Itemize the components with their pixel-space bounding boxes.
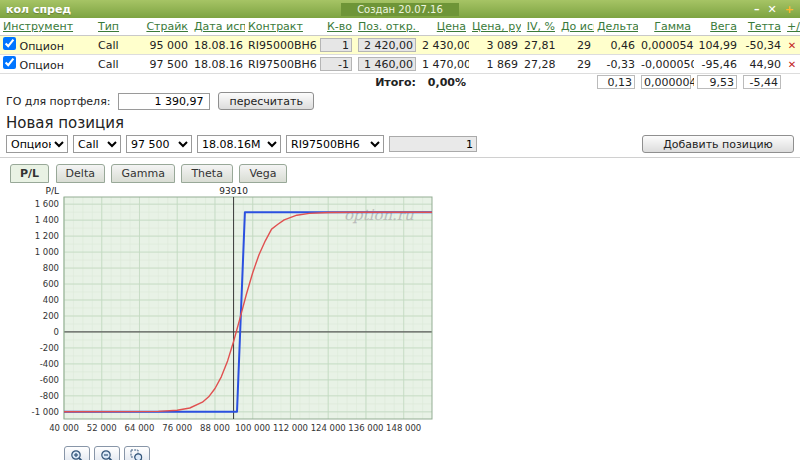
svg-text:1 200: 1 200 bbox=[35, 231, 59, 241]
close-icon[interactable]: ✕ bbox=[768, 4, 777, 15]
price-rub-cell: 3 089 bbox=[469, 36, 521, 55]
totals-pct: 0,00% bbox=[419, 74, 469, 91]
instrument-select[interactable]: Опцион bbox=[6, 135, 68, 153]
delete-row-button[interactable]: ✕ bbox=[788, 59, 796, 70]
table-header-row: Инструмент Тип Страйк Дата исп. Контракт… bbox=[0, 18, 800, 36]
created-label: Создан 20.07.16 bbox=[341, 3, 459, 16]
zoom-reset-button[interactable] bbox=[124, 446, 150, 460]
svg-text:100 000: 100 000 bbox=[235, 423, 270, 433]
days-cell: 29 bbox=[558, 36, 594, 55]
row-checkbox[interactable] bbox=[3, 37, 16, 50]
zoom-out-icon bbox=[100, 449, 114, 460]
created-wrap: Создан 20.07.16 bbox=[0, 3, 800, 16]
type-select[interactable]: Call bbox=[73, 135, 121, 153]
go-value-input[interactable] bbox=[118, 93, 210, 110]
window-title: кол спред bbox=[6, 3, 71, 16]
row-checkbox[interactable] bbox=[3, 56, 16, 69]
vega-cell: 104,99 bbox=[694, 36, 740, 55]
tab-delta[interactable]: Delta bbox=[56, 164, 105, 183]
col-header-theta[interactable]: Тетта bbox=[740, 18, 784, 36]
vega-cell: -95,46 bbox=[694, 55, 740, 74]
svg-text:148 000: 148 000 bbox=[386, 423, 421, 433]
gamma-cell: 0,000054 bbox=[638, 36, 694, 55]
table-row: Опцион Call 97 500 18.08.16 RI97500BH6 -… bbox=[0, 55, 800, 74]
expdate-cell: 18.08.16 bbox=[191, 36, 245, 55]
theta-cell: 44,90 bbox=[740, 55, 784, 74]
column-toggle-button[interactable]: +/- bbox=[784, 18, 800, 36]
iv-cell: 27,81 bbox=[521, 36, 558, 55]
col-header-expdate[interactable]: Дата исп. bbox=[191, 18, 245, 36]
iv-cell: 27,28 bbox=[521, 55, 558, 74]
svg-text:400: 400 bbox=[43, 295, 59, 305]
col-header-instrument[interactable]: Инструмент bbox=[0, 18, 95, 36]
qty-input[interactable]: -1 bbox=[320, 57, 352, 71]
col-header-strike[interactable]: Страйк bbox=[135, 18, 191, 36]
col-header-days[interactable]: До исп. bbox=[558, 18, 594, 36]
table-row: Опцион Call 95 000 18.08.16 RI95000BH6 1… bbox=[0, 36, 800, 55]
col-header-iv[interactable]: IV, % bbox=[521, 18, 558, 36]
zoom-in-icon bbox=[70, 449, 84, 460]
new-position-controls: Опцион Call 97 500 18.08.16M RI97500BH6 … bbox=[0, 133, 800, 155]
svg-text:64 000: 64 000 bbox=[125, 423, 155, 433]
col-header-delta[interactable]: Дельта bbox=[594, 18, 638, 36]
svg-text:136 000: 136 000 bbox=[348, 423, 383, 433]
add-position-button[interactable]: Добавить позицию bbox=[642, 135, 794, 153]
svg-text:-200: -200 bbox=[40, 343, 59, 353]
open-price-input[interactable]: 2 420,00 bbox=[358, 38, 416, 52]
col-header-price-rub[interactable]: Цена, руб. bbox=[469, 18, 521, 36]
zoom-in-button[interactable] bbox=[64, 446, 90, 460]
minimize-icon[interactable]: – bbox=[754, 4, 760, 15]
svg-text:-800: -800 bbox=[40, 391, 59, 401]
price-rub-cell: 1 869 bbox=[469, 55, 521, 74]
positions-table: Инструмент Тип Страйк Дата исп. Контракт… bbox=[0, 18, 800, 90]
zoom-reset-icon bbox=[130, 449, 144, 460]
instrument-cell: Опцион bbox=[20, 59, 64, 72]
zoom-out-button[interactable] bbox=[94, 446, 120, 460]
tab-gamma[interactable]: Gamma bbox=[111, 164, 174, 183]
tab-theta[interactable]: Theta bbox=[181, 164, 233, 183]
add-icon[interactable]: + bbox=[785, 4, 794, 15]
recalc-button[interactable]: пересчитать bbox=[218, 92, 313, 110]
svg-text:200: 200 bbox=[43, 311, 59, 321]
svg-text:112 000: 112 000 bbox=[273, 423, 308, 433]
svg-text:1 400: 1 400 bbox=[35, 215, 59, 225]
svg-text:-1 000: -1 000 bbox=[32, 407, 59, 417]
chart-tabs: P/L Delta Gamma Theta Vega bbox=[0, 158, 800, 183]
instrument-cell: Опцион bbox=[20, 40, 64, 53]
svg-text:option.ru: option.ru bbox=[344, 206, 414, 224]
new-qty-input[interactable] bbox=[389, 136, 477, 152]
totals-vega: 9,53 bbox=[697, 75, 737, 89]
contract-cell: RI97500BH6 bbox=[245, 55, 317, 74]
totals-gamma: 0,000004 bbox=[641, 75, 691, 89]
days-cell: 29 bbox=[558, 55, 594, 74]
tab-vega[interactable]: Vega bbox=[239, 164, 286, 183]
go-label: ГО для портфеля: bbox=[6, 95, 110, 108]
col-header-type[interactable]: Тип bbox=[95, 18, 135, 36]
strike-cell: 97 500 bbox=[135, 55, 191, 74]
svg-text:52 000: 52 000 bbox=[87, 423, 117, 433]
col-header-vega[interactable]: Вега bbox=[694, 18, 740, 36]
col-header-price[interactable]: Цена bbox=[419, 18, 469, 36]
svg-text:800: 800 bbox=[43, 263, 59, 273]
contract-cell: RI95000BH6 bbox=[245, 36, 317, 55]
titlebar-icons: – ✕ + bbox=[754, 4, 794, 15]
tab-pl[interactable]: P/L bbox=[10, 164, 49, 183]
strike-select[interactable]: 97 500 bbox=[126, 135, 192, 153]
contract-select[interactable]: RI97500BH6 bbox=[286, 135, 384, 153]
price-cell: 2 430,00 bbox=[419, 36, 469, 55]
svg-text:93910: 93910 bbox=[219, 186, 248, 196]
svg-text:1 600: 1 600 bbox=[35, 199, 59, 209]
expdate-select[interactable]: 18.08.16M bbox=[197, 135, 281, 153]
col-header-open-price[interactable]: Поз. откр. по bbox=[355, 18, 419, 36]
col-header-contract[interactable]: Контракт bbox=[245, 18, 317, 36]
totals-theta: -5,44 bbox=[743, 75, 781, 89]
theta-cell: -50,34 bbox=[740, 36, 784, 55]
delete-row-button[interactable]: ✕ bbox=[788, 40, 796, 51]
delta-cell: 0,46 bbox=[594, 36, 638, 55]
col-header-qty[interactable]: К-во bbox=[317, 18, 355, 36]
col-header-gamma[interactable]: Гамма bbox=[638, 18, 694, 36]
totals-delta: 0,13 bbox=[597, 75, 635, 89]
totals-label: Итого: bbox=[355, 74, 419, 91]
open-price-input[interactable]: 1 460,00 bbox=[358, 57, 416, 71]
qty-input[interactable]: 1 bbox=[320, 38, 352, 52]
